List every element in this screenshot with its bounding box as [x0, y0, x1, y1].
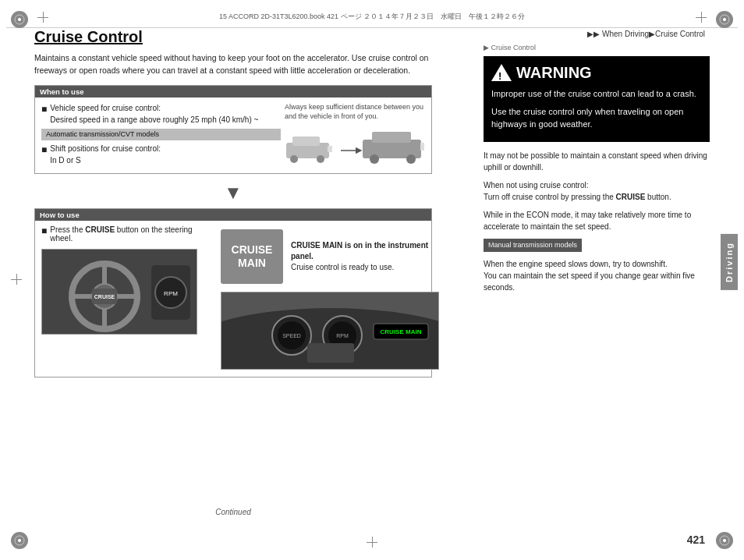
how-to-use-header: How to use: [35, 209, 431, 221]
cruise-main-line2: MAIN: [238, 257, 266, 270]
svg-rect-9: [292, 136, 320, 146]
how-to-use-box: How to use ■ Press the CRUISE button on …: [34, 208, 432, 377]
svg-text:SPEED: SPEED: [282, 333, 301, 338]
press-cruise-item: ■ Press the CRUISE button on the steerin…: [41, 225, 213, 243]
breadcrumb: When Driving▶Cruise Control: [587, 30, 705, 38]
svg-rect-12: [328, 146, 332, 152]
intro-text: Maintains a constant vehicle speed witho…: [34, 52, 432, 77]
cruise-main-line1: CRUISE: [232, 243, 273, 257]
crosshair-right: [696, 12, 707, 23]
when-to-use-box: When to use ■ Vehicle speed for cruise c…: [34, 85, 432, 175]
corner-decoration-tl: [11, 11, 28, 28]
crosshair-left: [37, 12, 48, 23]
when-to-use-header: When to use: [35, 86, 431, 97]
car-note: Always keep sufficient distance between …: [285, 102, 425, 122]
warning-text2: Use the cruise control only when traveli…: [491, 105, 702, 131]
manual-trans-section: Manual transmission models When the engi…: [484, 239, 710, 294]
corner-decoration-br: [716, 532, 733, 549]
svg-rect-15: [372, 132, 411, 143]
auto-transmission-header: Automatic transmission/CVT models: [41, 129, 281, 141]
how-to-use-content: ■ Press the CRUISE button on the steerin…: [35, 221, 431, 377]
manual-para: When the engine speed slows down, try to…: [484, 258, 710, 293]
continued-text: Continued: [34, 508, 432, 516]
crosshair-bottom-mid: [367, 537, 377, 549]
svg-point-7: [723, 539, 726, 542]
svg-point-16: [370, 154, 379, 164]
car-diagram: Always keep sufficient distance between …: [285, 102, 425, 149]
right-body: It may not be possible to maintain a con…: [484, 150, 710, 294]
svg-text:CRUISE MAIN: CRUISE MAIN: [381, 328, 422, 335]
cruise-main-description: CRUISE MAIN is on in the instrument pane…: [291, 240, 439, 273]
page-title: Cruise Control: [34, 28, 432, 46]
svg-text:CRUISE: CRUISE: [94, 294, 115, 299]
corner-decoration-bl: [11, 532, 28, 549]
crosshair-left-mid: [11, 274, 22, 286]
bullet-icon: ■: [41, 102, 47, 116]
manual-transmission-header: Manual transmission models: [484, 239, 582, 253]
svg-point-5: [18, 539, 21, 542]
svg-point-17: [406, 154, 416, 164]
svg-point-3: [723, 18, 726, 21]
svg-point-11: [317, 155, 324, 163]
svg-text:RPM: RPM: [336, 333, 349, 338]
vehicle-speed-text: Vehicle speed for cruise control: Desire…: [50, 102, 258, 126]
cruise-main-display: CRUISE MAIN: [221, 229, 283, 284]
when-to-use-content: ■ Vehicle speed for cruise control: Desi…: [35, 97, 431, 174]
uphill-para: It may not be possible to maintain a con…: [484, 150, 710, 173]
main-content: Cruise Control Maintains a constant vehi…: [34, 28, 432, 532]
steering-wheel-photo: CRUISE RPM: [41, 249, 197, 335]
driving-tab: Driving: [721, 234, 738, 290]
warning-text1: Improper use of the cruise control can l…: [491, 87, 702, 101]
bullet-icon3: ■: [41, 225, 47, 236]
warning-triangle-icon: !: [491, 62, 512, 83]
cars-svg: [285, 126, 425, 165]
cruise-control-section-label: Cruise Control: [484, 44, 710, 51]
cruise-off-para: When not using cruise control:Turn off c…: [484, 179, 710, 203]
svg-point-1: [18, 18, 21, 21]
warning-box: ! WARNING Improper use of the cruise con…: [484, 56, 710, 142]
page-number: 421: [687, 533, 705, 546]
warning-title: WARNING: [516, 64, 592, 82]
econ-para: While in the ECON mode, it may take rela…: [484, 209, 710, 232]
press-cruise-text: Press the CRUISE button on the steering …: [50, 225, 213, 243]
svg-text:RPM: RPM: [164, 290, 178, 297]
shift-position-item: ■ Shift positions for cruise control: In…: [41, 143, 281, 166]
dashboard-photo: SPEED RPM CRUISE MAIN: [221, 292, 439, 370]
svg-rect-41: [307, 343, 354, 363]
vehicle-speed-item: ■ Vehicle speed for cruise control: Desi…: [41, 102, 281, 126]
steering-photo-svg: CRUISE RPM: [42, 250, 197, 335]
shift-text: Shift positions for cruise control: In D…: [50, 143, 161, 166]
down-arrow: ▼: [34, 182, 432, 204]
corner-decoration-tr: [716, 11, 733, 28]
right-panel: Cruise Control ! WARNING Improper use of…: [484, 44, 710, 532]
file-info: 15 ACCORD 2D-31T3L6200.book 421 ページ ２０１４…: [219, 12, 525, 22]
page-header: 15 ACCORD 2D-31T3L6200.book 421 ページ ２０１４…: [6, 6, 738, 28]
bullet-icon2: ■: [41, 143, 47, 157]
svg-rect-18: [420, 143, 424, 151]
warning-header: ! WARNING: [491, 62, 702, 83]
svg-point-10: [290, 155, 298, 163]
dashboard-svg: SPEED RPM CRUISE MAIN: [221, 292, 439, 370]
